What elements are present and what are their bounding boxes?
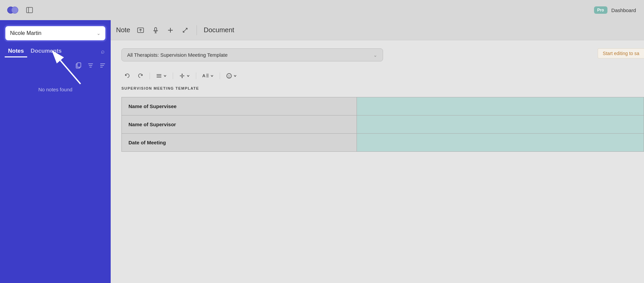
toolbar-divider-1	[150, 73, 150, 79]
top-bar-left	[7, 4, 34, 16]
document-body: Start editing to sa All Therapists: Supe…	[111, 40, 644, 283]
svg-rect-2	[26, 7, 33, 13]
svg-text:A: A	[202, 73, 206, 78]
template-selector[interactable]: All Therapists: Supervision Meeting Temp…	[121, 48, 383, 61]
template-chevron-icon: ⌄	[373, 52, 377, 58]
svg-point-31	[228, 75, 229, 76]
toolbar-divider-3	[196, 73, 196, 79]
user-selector[interactable]: Nicole Martin ⌄	[5, 26, 106, 41]
table-label-cell: Date of Meeting	[122, 134, 357, 152]
add-button[interactable]	[166, 26, 175, 35]
top-bar-right: Pro Dashboard	[594, 6, 636, 14]
align-button[interactable]	[153, 71, 169, 81]
svg-point-1	[11, 7, 18, 13]
table-value-cell[interactable]	[357, 134, 644, 152]
ai-button[interactable]	[176, 71, 193, 81]
table-label-cell: Name of Supervisor	[122, 115, 357, 134]
tab-notes[interactable]: Notes	[5, 46, 27, 57]
pointer-arrow	[50, 50, 91, 92]
pro-badge: Pro	[594, 6, 607, 14]
text-align-button[interactable]: A	[200, 71, 216, 81]
table-value-cell[interactable]	[357, 115, 644, 134]
svg-point-30	[227, 74, 231, 78]
sidebar: Nicole Martin ⌄ Notes Documents ⌕	[0, 20, 111, 283]
main-layout: Nicole Martin ⌄ Notes Documents ⌕	[0, 0, 644, 283]
top-bar: Pro Dashboard	[0, 0, 644, 20]
toolbar-divider-2	[173, 73, 173, 79]
supervision-table: Name of Supervisee Name of Supervisor Da…	[121, 97, 644, 152]
user-name: Nicole Martin	[10, 30, 41, 36]
search-icon[interactable]: ⌕	[100, 47, 106, 56]
template-selector-text: All Therapists: Supervision Meeting Temp…	[127, 52, 228, 58]
table-label-cell: Name of Supervisee	[122, 97, 357, 115]
emoji-button[interactable]	[223, 71, 239, 81]
content-heading: SUPERVISION MEETING TEMPLATE	[121, 86, 633, 90]
svg-point-32	[230, 75, 230, 76]
logo-icon	[7, 4, 19, 16]
document-section-header: Document	[197, 26, 234, 34]
sort-icon[interactable]	[99, 62, 106, 70]
expand-button[interactable]	[180, 26, 190, 35]
table-row: Date of Meeting	[122, 134, 644, 152]
table-value-cell[interactable]	[357, 97, 644, 115]
editor-toolbar: A	[121, 68, 423, 86]
undo-button[interactable]	[121, 71, 133, 81]
toolbar-divider-4	[220, 73, 220, 79]
sidebar-toggle-icon[interactable]	[25, 6, 34, 14]
content-header: Note	[111, 20, 644, 40]
redo-button[interactable]	[135, 71, 146, 81]
chevron-down-icon: ⌄	[97, 31, 101, 36]
svg-rect-16	[155, 28, 157, 31]
content-area: Note	[111, 20, 644, 283]
document-label: Document	[204, 26, 234, 34]
mic-button[interactable]	[151, 26, 160, 35]
dashboard-button[interactable]: Dashboard	[611, 7, 636, 13]
svg-line-5	[60, 60, 80, 84]
table-row: Name of Supervisee	[122, 97, 644, 115]
note-label: Note	[116, 26, 130, 34]
svg-line-21	[185, 28, 187, 30]
start-editing-badge: Start editing to sa	[598, 48, 644, 58]
import-icon-button[interactable]	[136, 25, 146, 35]
svg-line-22	[183, 30, 185, 32]
note-section-header: Note	[116, 25, 197, 35]
table-row: Name of Supervisor	[122, 115, 644, 134]
